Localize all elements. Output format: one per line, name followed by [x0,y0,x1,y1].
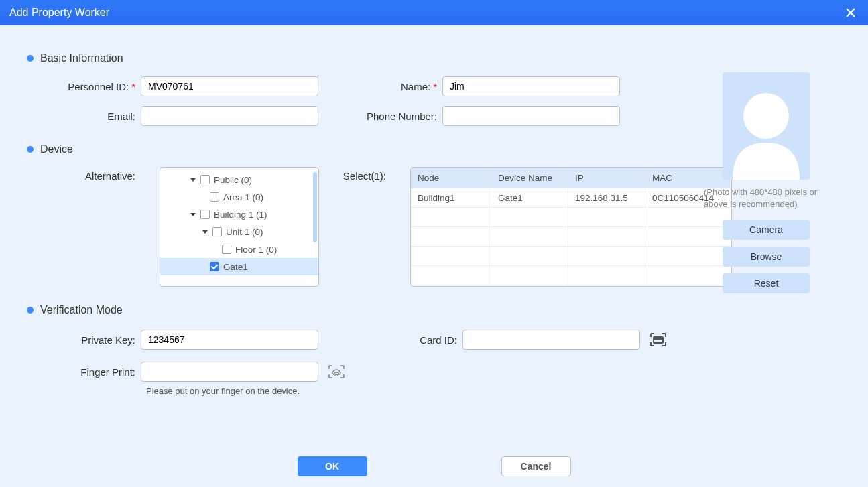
phone-label: Phone Number: [328,111,442,122]
close-button[interactable] [843,5,859,21]
svg-rect-6 [654,337,663,343]
name-input[interactable] [442,76,620,96]
cell-ip: 192.168.31.5 [568,188,645,207]
col-ip: IP [568,168,645,188]
checkbox[interactable] [222,245,231,254]
browse-button[interactable]: Browse [723,247,810,267]
table-row [411,247,731,266]
bullet-icon [27,55,34,62]
phone-input[interactable] [442,106,620,126]
alternative-label: Alternative: [27,167,141,182]
close-icon [845,7,857,19]
checkbox[interactable] [200,210,210,219]
selected-devices-table: Node Device Name IP MAC Building1 Gate1 … [410,167,732,287]
section-title: Device [40,143,73,155]
table-header: Node Device Name IP MAC [411,168,731,188]
table-row [411,266,731,285]
photo-hint: (Photo with 480*480 pixels or above is r… [704,186,841,210]
checkbox[interactable] [200,175,210,184]
cancel-button[interactable]: Cancel [501,456,571,476]
ok-button[interactable]: OK [298,456,367,476]
select-label: Select(1): [338,167,391,182]
tree-node-area1[interactable]: Area 1 (0) [160,188,318,206]
svg-point-5 [743,93,789,139]
scrollbar[interactable] [313,172,317,242]
cell-node: Building1 [411,188,491,207]
section-title: Basic Information [40,52,123,64]
section-basic-information: Basic Information [27,52,848,64]
avatar-icon [726,82,806,180]
private-key-label: Private Key: [27,334,141,346]
private-key-input[interactable] [141,330,318,350]
fingerprint-hint: Please put on your finger on the device. [146,386,362,396]
col-node: Node [411,168,491,188]
tree-node-building1[interactable]: Building 1 (1) [160,206,318,223]
dialog-title: Add Property Worker [9,7,109,19]
fingerprint-input[interactable] [141,362,318,382]
svg-marker-3 [190,213,196,216]
tree-node-public[interactable]: Public (0) [160,171,318,188]
card-scan-button[interactable] [647,328,670,351]
table-row[interactable]: Building1 Gate1 192.168.31.5 0C110506041… [411,188,731,208]
fingerprint-scan-button[interactable] [325,360,348,383]
table-row [411,227,731,247]
section-title: Verification Mode [40,304,123,316]
personnel-id-input[interactable] [141,76,318,96]
svg-marker-2 [190,178,196,182]
tree-node-floor1[interactable]: Floor 1 (0) [160,240,318,258]
chevron-down-icon [202,228,208,235]
device-tree[interactable]: Public (0) Area 1 (0) Building 1 (1) [160,167,319,287]
name-label: Name:* [328,81,442,92]
bullet-icon [27,307,34,314]
cell-device: Gate1 [491,188,568,207]
email-label: Email: [27,111,141,122]
tree-node-unit1[interactable]: Unit 1 (0) [160,223,318,240]
card-id-input[interactable] [462,330,640,350]
col-device-name: Device Name [491,168,568,188]
checkbox[interactable] [212,227,222,236]
checkbox-checked[interactable] [210,262,219,271]
section-verification-mode: Verification Mode [27,304,848,316]
checkbox[interactable] [210,192,219,202]
fingerprint-icon [326,362,347,382]
svg-marker-4 [202,230,208,234]
email-input[interactable] [141,106,318,126]
camera-button[interactable]: Camera [723,220,810,240]
chevron-down-icon [190,211,196,218]
fingerprint-label: Finger Print: [27,366,141,378]
reset-button[interactable]: Reset [723,273,810,293]
chevron-down-icon [190,176,196,183]
personnel-id-label: Personnel ID:* [27,81,141,92]
avatar-placeholder [723,72,810,180]
card-icon [648,330,668,350]
card-id-label: Card ID: [362,334,462,346]
table-row [411,208,731,227]
bullet-icon [27,146,34,153]
add-property-worker-dialog: Add Property Worker Basic Information Pe… [0,0,868,487]
tree-node-gate1[interactable]: Gate1 [160,258,318,275]
title-bar: Add Property Worker [0,0,868,25]
